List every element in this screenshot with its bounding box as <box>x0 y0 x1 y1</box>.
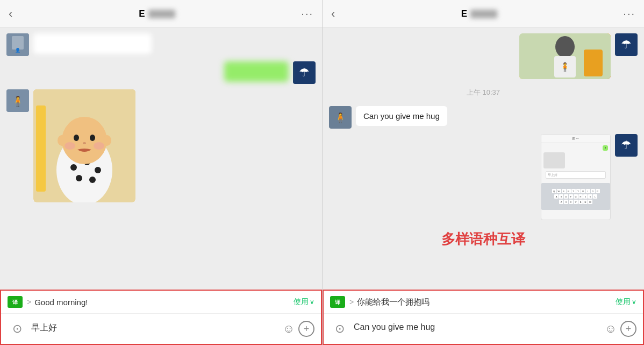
left-header-name-blurred <box>148 10 175 18</box>
right-header: ‹ E ··· <box>323 0 644 28</box>
avatar-umbrella-right: ☂ <box>293 61 316 84</box>
right-emoji-button[interactable]: ☺ <box>601 319 620 339</box>
svg-rect-27 <box>584 50 603 76</box>
left-voice-button[interactable]: ⊙ <box>8 319 27 339</box>
avatar: 🧍 <box>6 89 29 112</box>
avatar-umbrella-right2: ☂ <box>615 134 638 157</box>
svg-text:🧍: 🧍 <box>12 95 24 107</box>
right-translate-top: 译 > 你能给我一个拥抱吗 使用 ∨ <box>324 291 643 314</box>
svg-point-17 <box>65 142 75 150</box>
multilang-label: 多样语种互译 <box>329 226 638 253</box>
table-row: ☂ E ··· f 早上好 QWERTYUIOP ASDFGHJKL Z <box>329 134 638 220</box>
left-use-button[interactable]: 使用 ∨ <box>294 297 314 307</box>
right-voice-button[interactable]: ⊙ <box>330 319 349 339</box>
svg-point-24 <box>555 36 575 58</box>
can-you-give-hug-bubble: Can you give me hug <box>356 106 447 126</box>
right-header-title: E <box>461 9 467 19</box>
left-emoji-button[interactable]: ☺ <box>279 319 298 339</box>
baby-image <box>33 89 135 202</box>
right-header-name-blurred <box>470 10 497 18</box>
table-row: 👤 <box>6 33 316 56</box>
left-translate-suggestion: Good morning! <box>34 298 294 307</box>
svg-point-16 <box>83 142 86 144</box>
translate-arrow: > <box>27 298 31 306</box>
blurred-bubble-left <box>33 33 152 54</box>
left-input-text: 早上好 <box>31 322 279 335</box>
svg-text:🧍: 🧍 <box>560 62 570 72</box>
left-back-button[interactable]: ‹ <box>9 7 12 21</box>
right-use-button[interactable]: 使用 ∨ <box>616 297 636 307</box>
translate-arrow-right: > <box>349 298 354 306</box>
table-row: ☂ 🧍 <box>329 33 638 79</box>
svg-point-15 <box>90 135 95 141</box>
right-plus-button[interactable]: + <box>620 321 636 337</box>
left-bottom-bar: 译 > Good morning! 使用 ∨ ⊙ 早上好 ☺ + <box>0 290 322 345</box>
avatar: 🧍 <box>329 106 352 129</box>
svg-point-13 <box>62 117 107 164</box>
blurred-bubble-right <box>224 61 289 82</box>
avatar-umbrella: ☂ <box>615 33 638 56</box>
table-row: ☂ <box>6 61 316 84</box>
right-input-row: ⊙ Can you give me hug ☺ + <box>324 314 643 344</box>
avatar: 👤 <box>6 33 29 56</box>
mini-screenshot: E ··· f 早上好 QWERTYUIOP ASDFGHJKL ZXCVBNM <box>541 134 611 220</box>
svg-point-10 <box>95 167 101 173</box>
svg-point-19 <box>58 135 66 146</box>
svg-point-18 <box>94 142 104 150</box>
table-row: 🧍 Can you give me hug <box>329 106 638 129</box>
left-chat-area: 👤 ☂ 🧍 <box>0 28 322 290</box>
right-chat-area: ☂ 🧍 上午 10:37 🧍 <box>323 28 644 290</box>
right-translate-suggestion: 你能给我一个拥抱吗 <box>357 297 616 307</box>
right-more-button[interactable]: ··· <box>623 8 635 20</box>
translate-icon-right: 译 <box>330 296 345 308</box>
svg-point-12 <box>89 177 96 183</box>
svg-rect-6 <box>36 105 46 192</box>
svg-text:译: 译 <box>335 299 341 305</box>
table-row: 🧍 <box>6 89 316 202</box>
right-back-button[interactable]: ‹ <box>331 7 335 21</box>
svg-text:👤: 👤 <box>15 47 20 53</box>
left-header: ‹ E ··· <box>0 0 322 28</box>
right-panel: ‹ E ··· ☂ 🧍 上午 10:37 <box>322 0 644 345</box>
left-translate-top: 译 > Good morning! 使用 ∨ <box>1 291 321 314</box>
person-top-image: 🧍 <box>519 33 611 79</box>
left-more-button[interactable]: ··· <box>301 8 313 20</box>
svg-text:译: 译 <box>12 299 18 305</box>
left-input-row: ⊙ 早上好 ☺ + <box>1 314 321 344</box>
right-input-text: Can you give me hug <box>354 322 601 335</box>
translate-icon: 译 <box>8 296 23 308</box>
left-panel: ‹ E ··· 👤 ☂ <box>0 0 322 345</box>
left-header-title: E <box>139 9 145 19</box>
svg-point-20 <box>103 135 111 146</box>
svg-text:🧍: 🧍 <box>334 112 347 124</box>
svg-point-11 <box>76 175 82 181</box>
svg-point-8 <box>70 164 77 171</box>
svg-point-14 <box>74 135 79 141</box>
right-bottom-bar: 译 > 你能给我一个拥抱吗 使用 ∨ ⊙ Can you give me hug… <box>323 290 644 345</box>
left-plus-button[interactable]: + <box>298 321 314 337</box>
timestamp: 上午 10:37 <box>329 88 638 97</box>
